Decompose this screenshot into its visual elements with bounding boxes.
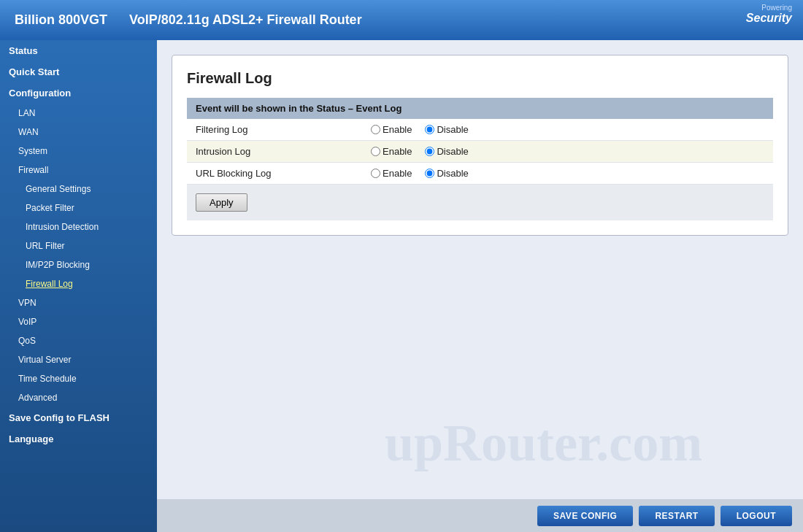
event-note: Event will be shown in the Status – Even… bbox=[187, 98, 773, 119]
filtering-log-disable-radio[interactable] bbox=[425, 125, 434, 134]
header: Billion 800VGT VoIP/802.11g ADSL2+ Firew… bbox=[0, 0, 803, 40]
main-layout: Status Quick Start Configuration LAN WAN… bbox=[0, 40, 803, 532]
sidebar-item-time-schedule[interactable]: Time Schedule bbox=[0, 369, 157, 388]
brand-name: Billion 800VGT bbox=[15, 12, 107, 28]
sidebar-item-configuration[interactable]: Configuration bbox=[0, 82, 157, 104]
sidebar-item-intrusion-detection[interactable]: Intrusion Detection bbox=[0, 217, 157, 236]
filtering-log-radio-group: Enable Disable bbox=[371, 124, 764, 135]
filtering-log-disable-text: Disable bbox=[437, 124, 468, 135]
filtering-log-label: Filtering Log bbox=[187, 119, 362, 141]
sidebar-item-system[interactable]: System bbox=[0, 142, 157, 161]
sidebar-item-qos[interactable]: QoS bbox=[0, 331, 157, 350]
apply-button[interactable]: Apply bbox=[196, 193, 247, 212]
sidebar-item-url-filter[interactable]: URL Filter bbox=[0, 236, 157, 255]
sidebar-item-virtual-server[interactable]: Virtual Server bbox=[0, 350, 157, 369]
apply-cell: Apply bbox=[187, 185, 773, 221]
sidebar-item-general-settings[interactable]: General Settings bbox=[0, 180, 157, 198]
filtering-log-row: Filtering Log Enable Disable bbox=[187, 119, 773, 141]
bottom-bar: SAVE CONFIG RESTART LOGOUT bbox=[157, 499, 803, 532]
sidebar-item-language[interactable]: Language bbox=[0, 428, 157, 450]
sidebar-item-save-config[interactable]: Save Config to FLASH bbox=[0, 407, 157, 428]
sidebar-item-firewall[interactable]: Firewall bbox=[0, 161, 157, 180]
intrusion-log-enable-text: Enable bbox=[383, 146, 412, 157]
intrusion-log-enable-radio[interactable] bbox=[371, 147, 380, 156]
header-logo: Powering Security bbox=[746, 4, 792, 25]
intrusion-log-enable-label[interactable]: Enable bbox=[371, 146, 412, 157]
sidebar: Status Quick Start Configuration LAN WAN… bbox=[0, 40, 157, 532]
url-blocking-log-row: URL Blocking Log Enable Disable bbox=[187, 163, 773, 185]
logo-security-text: Security bbox=[746, 12, 792, 25]
page-subtitle: VoIP/802.11g ADSL2+ Firewall Router bbox=[129, 12, 362, 28]
sidebar-item-voip[interactable]: VoIP bbox=[0, 312, 157, 331]
sidebar-item-vpn[interactable]: VPN bbox=[0, 293, 157, 312]
url-blocking-log-disable-radio[interactable] bbox=[425, 169, 434, 178]
sidebar-item-advanced[interactable]: Advanced bbox=[0, 388, 157, 407]
restart-button[interactable]: RESTART bbox=[639, 506, 714, 526]
intrusion-log-radios: Enable Disable bbox=[362, 141, 773, 163]
url-blocking-log-radio-group: Enable Disable bbox=[371, 168, 764, 179]
apply-row: Apply bbox=[187, 185, 773, 221]
watermark: upRouter.com bbox=[385, 413, 702, 474]
filtering-log-enable-radio[interactable] bbox=[371, 125, 380, 134]
logo-top-text: Powering bbox=[746, 4, 792, 12]
sidebar-item-firewall-log[interactable]: Firewall Log bbox=[0, 274, 157, 293]
sidebar-item-wan[interactable]: WAN bbox=[0, 123, 157, 142]
save-config-button[interactable]: SAVE CONFIG bbox=[537, 506, 633, 526]
sidebar-item-quickstart[interactable]: Quick Start bbox=[0, 61, 157, 82]
intrusion-log-disable-text: Disable bbox=[437, 146, 468, 157]
sidebar-item-packet-filter[interactable]: Packet Filter bbox=[0, 198, 157, 217]
url-blocking-log-enable-radio[interactable] bbox=[371, 169, 380, 178]
intrusion-log-row: Intrusion Log Enable Disable bbox=[187, 141, 773, 163]
table-header-row: Event will be shown in the Status – Even… bbox=[187, 98, 773, 119]
url-blocking-log-disable-text: Disable bbox=[437, 168, 468, 179]
filtering-log-disable-label[interactable]: Disable bbox=[425, 124, 468, 135]
url-blocking-log-disable-label[interactable]: Disable bbox=[425, 168, 468, 179]
sidebar-item-status[interactable]: Status bbox=[0, 40, 157, 61]
intrusion-log-disable-label[interactable]: Disable bbox=[425, 146, 468, 157]
page-title: Firewall Log bbox=[187, 70, 773, 87]
url-blocking-log-label: URL Blocking Log bbox=[187, 163, 362, 185]
main-content: upRouter.com Firewall Log Event will be … bbox=[157, 40, 803, 532]
logout-button[interactable]: LOGOUT bbox=[721, 506, 792, 526]
url-blocking-log-enable-label[interactable]: Enable bbox=[371, 168, 412, 179]
sidebar-item-lan[interactable]: LAN bbox=[0, 104, 157, 123]
content-box: Firewall Log Event will be shown in the … bbox=[172, 55, 788, 236]
filtering-log-enable-text: Enable bbox=[383, 124, 412, 135]
url-blocking-log-radios: Enable Disable bbox=[362, 163, 773, 185]
filtering-log-radios: Enable Disable bbox=[362, 119, 773, 141]
url-blocking-log-enable-text: Enable bbox=[383, 168, 412, 179]
intrusion-log-disable-radio[interactable] bbox=[425, 147, 434, 156]
sidebar-item-im-p2p[interactable]: IM/P2P Blocking bbox=[0, 255, 157, 274]
intrusion-log-label: Intrusion Log bbox=[187, 141, 362, 163]
intrusion-log-radio-group: Enable Disable bbox=[371, 146, 764, 157]
filtering-log-enable-label[interactable]: Enable bbox=[371, 124, 412, 135]
firewall-log-table: Event will be shown in the Status – Even… bbox=[187, 98, 773, 220]
